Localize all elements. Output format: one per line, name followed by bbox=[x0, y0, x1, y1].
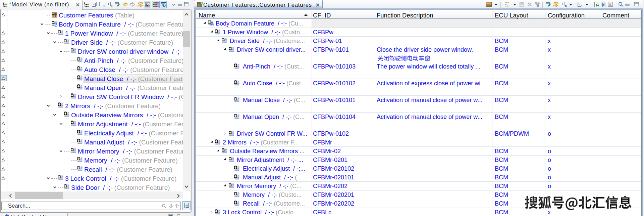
svg-text:N: N bbox=[565, 5, 567, 7]
svg-text:1: 1 bbox=[103, 5, 105, 7]
svg-text:N: N bbox=[111, 5, 112, 7]
